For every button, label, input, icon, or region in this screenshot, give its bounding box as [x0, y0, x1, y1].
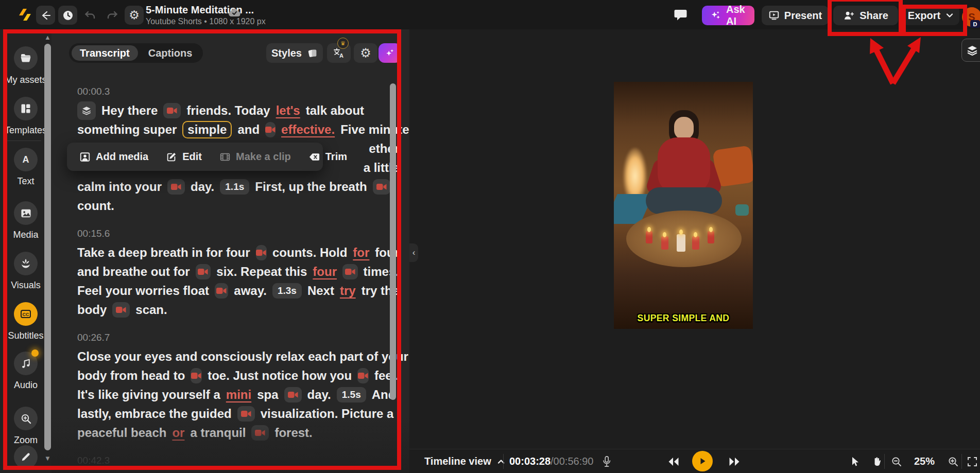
sidebar-item-templates[interactable]: Templates [0, 97, 51, 136]
fast-forward-button[interactable] [728, 449, 741, 473]
share-button[interactable]: Share [833, 6, 898, 25]
tab-captions[interactable]: Captions [140, 45, 201, 61]
timeline-view-toggle[interactable]: Timeline view [424, 449, 506, 473]
flagged-word[interactable]: for [353, 246, 369, 260]
video-clip-chip[interactable] [284, 387, 302, 402]
rewind-button[interactable] [667, 449, 680, 473]
scroll-up-arrow[interactable]: ▲ [44, 33, 51, 41]
video-clip-chip[interactable] [196, 264, 211, 279]
transcript-word[interactable]: Hey there [101, 103, 158, 118]
flagged-word[interactable]: try [340, 284, 356, 298]
transcript-word[interactable]: body [77, 303, 107, 317]
video-clip-chip[interactable] [112, 302, 130, 318]
play-button[interactable] [692, 451, 713, 471]
video-clip-chip[interactable] [191, 368, 202, 383]
transcript-word[interactable]: six. Repeat this [216, 265, 307, 279]
pan-tool-button[interactable] [871, 449, 882, 473]
tab-transcript[interactable]: Transcript [72, 45, 138, 61]
flagged-word[interactable]: effective. [281, 122, 335, 137]
timestamp[interactable]: 00:42.3 [77, 455, 399, 466]
toolbar-add-media-button[interactable]: Add media [79, 151, 148, 163]
transcript-word[interactable]: calm into your [77, 180, 162, 194]
back-button[interactable] [36, 6, 55, 25]
video-clip-chip[interactable] [357, 368, 369, 383]
timestamp[interactable]: 00:15.6 [77, 228, 399, 239]
sidebar-item-subtitles[interactable]: CCSubtitles [0, 302, 51, 341]
transcript-word[interactable]: day. [307, 388, 331, 402]
transcript-word[interactable]: and breathe out for [77, 265, 190, 279]
sidebar-item-zoom[interactable]: Zoom [0, 407, 51, 446]
flagged-word[interactable]: mini [226, 388, 251, 402]
transcript-word[interactable]: counts. Hold [272, 246, 347, 260]
transcript-scrollbar[interactable] [390, 83, 396, 400]
sidebar-item-media[interactable]: Media [0, 201, 51, 240]
collapse-panel-button[interactable]: ‹ [409, 243, 418, 262]
mic-button[interactable] [601, 449, 612, 473]
transcript-word[interactable]: lastly, embrace the guided [77, 407, 232, 421]
export-button[interactable]: Export [903, 6, 959, 25]
styles-button[interactable]: Styles [266, 43, 323, 63]
transcript-word[interactable]: talk about [306, 103, 364, 118]
transcript-word[interactable]: Close your eyes and consciously relax ea… [77, 349, 408, 364]
ai-magic-button[interactable] [379, 43, 401, 63]
toolbar-trim-button[interactable]: Trim [308, 151, 347, 163]
ask-ai-button[interactable]: Ask AI [702, 6, 754, 25]
transcript-word[interactable]: Feel your worries float [77, 284, 209, 298]
transcript-word[interactable]: something super [77, 122, 177, 137]
video-clip-chip[interactable] [163, 103, 181, 118]
transcript-word[interactable]: It's like giving yourself a [77, 388, 220, 402]
video-clip-chip[interactable] [256, 245, 267, 260]
video-clip-chip[interactable] [237, 406, 255, 422]
video-clip-chip[interactable] [373, 179, 390, 195]
transcript-word[interactable]: body from head to [77, 369, 185, 383]
transcript-word[interactable]: Next [307, 284, 334, 298]
app-logo-icon[interactable] [18, 8, 32, 22]
transcript-word[interactable]: Take a deep breath in for four [77, 246, 250, 260]
transcript-word[interactable]: and [237, 122, 260, 137]
transcript-word[interactable]: away. [234, 284, 267, 298]
sidebar-item-draw[interactable] [0, 445, 51, 469]
video-clip-chip[interactable] [215, 283, 228, 299]
zoom-out-button[interactable] [891, 449, 902, 473]
flagged-word[interactable]: or [172, 426, 184, 440]
subtitle-overlay[interactable]: SUPER SIMPLE AND [614, 313, 753, 324]
transcript-word[interactable]: visualization. Picture a [261, 407, 394, 421]
select-tool-button[interactable] [850, 449, 860, 473]
comments-button[interactable] [674, 8, 687, 22]
sidebar-item-visuals[interactable]: Visuals [0, 252, 51, 291]
video-clip-chip[interactable] [251, 425, 269, 441]
fullscreen-button[interactable] [967, 449, 977, 473]
scroll-down-arrow[interactable]: ▼ [44, 454, 51, 462]
zoom-in-button[interactable] [948, 449, 959, 473]
video-clip-chip[interactable] [265, 122, 276, 137]
transcript-word[interactable]: forest. [274, 426, 312, 440]
sidebar-scrollbar[interactable] [44, 44, 51, 450]
sidebar-item-my-assets[interactable]: My assets [0, 46, 51, 85]
present-button[interactable]: Present [762, 6, 829, 25]
history-button[interactable] [58, 6, 77, 25]
transcript-word[interactable]: Five minute [340, 122, 409, 137]
video-preview[interactable]: SUPER SIMPLE AND [614, 82, 753, 329]
sidebar-item-audio[interactable]: Audio [0, 352, 51, 391]
transcript-word[interactable]: friends. Today [186, 103, 270, 118]
transcript-word[interactable]: toe. Just notice how you [208, 369, 352, 383]
timestamp[interactable]: 00:26.7 [77, 332, 399, 343]
transcript-word[interactable]: scan. [135, 303, 167, 317]
transcript-word[interactable]: count. [77, 199, 114, 213]
transcript-word[interactable]: First, up the breath [255, 180, 367, 194]
redo-button[interactable] [102, 6, 122, 25]
caption-settings-button[interactable]: ⚙ [354, 43, 377, 63]
selected-word[interactable]: simple [182, 121, 232, 138]
video-clip-chip[interactable] [167, 179, 185, 195]
toolbar-edit-button[interactable]: Edit [166, 151, 202, 163]
transcript-word[interactable]: spa [257, 388, 278, 402]
timestamp[interactable]: 00:00.3 [77, 86, 399, 97]
transcript-word[interactable]: a tranquil [190, 426, 246, 440]
pause-duration-chip[interactable]: 1.3s [272, 283, 302, 299]
sidebar-item-text[interactable]: AText [0, 148, 51, 187]
layers-chip[interactable] [77, 101, 96, 120]
project-settings-button[interactable]: ⚙ [125, 6, 144, 25]
pause-duration-chip[interactable]: 1.5s [337, 387, 366, 402]
transcript-word[interactable]: day. [191, 180, 214, 194]
undo-button[interactable] [80, 6, 99, 25]
